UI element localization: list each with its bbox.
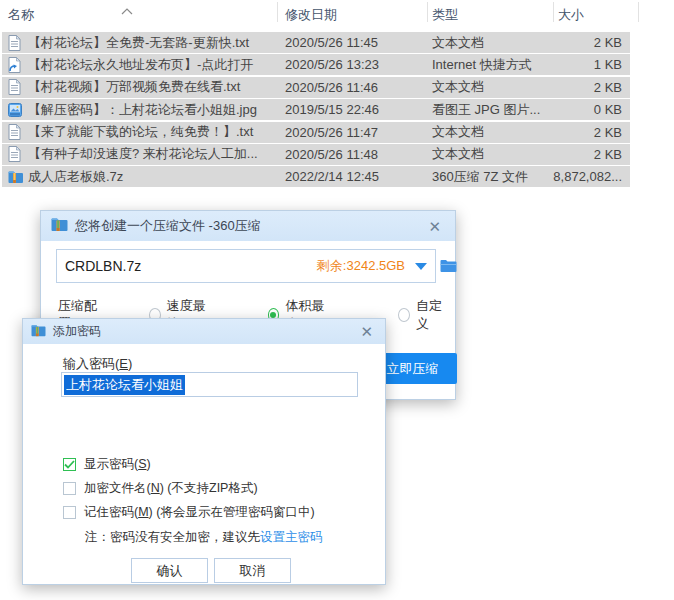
jpg-image-icon bbox=[8, 102, 24, 118]
file-type: 文本文档 bbox=[432, 145, 552, 163]
compress-dialog-titlebar[interactable]: 您将创建一个压缩文件 -360压缩 ✕ bbox=[41, 211, 455, 241]
file-size: 8,872,082... bbox=[552, 169, 628, 184]
360zip-archive-icon bbox=[51, 216, 68, 236]
file-type: Internet 快捷方式 bbox=[432, 56, 552, 74]
360zip-archive-icon bbox=[31, 323, 46, 341]
file-name: 【解压密码】：上村花论坛看小姐姐.jpg bbox=[28, 101, 285, 119]
file-row[interactable]: 成人店老板娘.7z 2022/2/14 12:45 360压缩 7Z 文件 8,… bbox=[2, 166, 630, 187]
security-note: 注：密码没有安全加密，建议先设置主密码 bbox=[85, 529, 323, 546]
file-size: 1 KB bbox=[552, 57, 628, 72]
file-row[interactable]: 【村花论坛】全免费-无套路-更新快.txt 2020/5/26 11:45 文本… bbox=[2, 32, 630, 53]
file-date: 2020/5/26 11:45 bbox=[285, 35, 432, 50]
close-icon[interactable]: ✕ bbox=[424, 217, 445, 236]
file-size: 2 KB bbox=[552, 147, 628, 162]
file-size: 0 KB bbox=[552, 102, 628, 117]
file-type: 360压缩 7Z 文件 bbox=[432, 168, 552, 186]
file-name: 【来了就能下载的论坛，纯免费！】.txt bbox=[28, 123, 285, 141]
file-name: 【村花论坛永久地址发布页】-点此打开 bbox=[28, 56, 285, 74]
checkbox-remember-password[interactable]: 记住密码(M) (将会显示在管理密码窗口中) bbox=[63, 504, 315, 521]
file-name: 成人店老板娘.7z bbox=[28, 168, 285, 186]
internet-shortcut-icon bbox=[8, 57, 24, 73]
file-size: 2 KB bbox=[552, 80, 628, 95]
file-type: 文本文档 bbox=[432, 78, 552, 96]
set-master-password-link[interactable]: 设置主密码 bbox=[260, 530, 323, 544]
password-input[interactable]: 上村花论坛看小姐姐 bbox=[61, 372, 358, 397]
add-password-dialog: 添加密码 ✕ 输入密码(E) 上村花论坛看小姐姐 显示密码(S) 加密文件名(N… bbox=[22, 318, 386, 585]
password-dialog-title: 添加密码 bbox=[53, 323, 101, 340]
column-header-type[interactable]: 类型 bbox=[432, 6, 458, 24]
file-explorer: 名称 修改日期 类型 大小 【村花论坛】全免费-无套路-更新快.txt 2020… bbox=[0, 0, 674, 200]
screen: 名称 修改日期 类型 大小 【村花论坛】全免费-无套路-更新快.txt 2020… bbox=[0, 0, 674, 600]
column-header-name[interactable]: 名称 bbox=[8, 6, 34, 24]
text-file-icon bbox=[8, 35, 24, 51]
file-row[interactable]: 【村花论坛永久地址发布页】-点此打开 2020/5/26 13:23 Inter… bbox=[2, 54, 630, 75]
file-date: 2020/5/26 11:46 bbox=[285, 80, 432, 95]
file-name: 【村花视频】万部视频免费在线看.txt bbox=[28, 78, 285, 96]
7z-archive-icon bbox=[8, 169, 24, 185]
column-divider[interactable] bbox=[638, 2, 639, 22]
file-size: 2 KB bbox=[552, 125, 628, 140]
close-icon[interactable]: ✕ bbox=[356, 322, 377, 341]
column-divider[interactable] bbox=[553, 2, 554, 22]
file-date: 2020/5/26 11:47 bbox=[285, 125, 432, 140]
archive-filename-value: CRDLBN.7z bbox=[65, 258, 317, 274]
file-rows: 【村花论坛】全免费-无套路-更新快.txt 2020/5/26 11:45 文本… bbox=[2, 32, 630, 189]
text-file-icon bbox=[8, 146, 24, 162]
sort-ascending-icon[interactable] bbox=[121, 1, 133, 19]
file-date: 2022/2/14 12:45 bbox=[285, 169, 432, 184]
archive-filename-input[interactable]: CRDLBN.7z 剩余:3242.5GB bbox=[56, 249, 436, 283]
file-size: 2 KB bbox=[552, 35, 628, 50]
radio-custom[interactable]: 自定义 bbox=[398, 297, 448, 333]
file-type: 看图王 JPG 图片... bbox=[432, 101, 552, 119]
password-dialog-titlebar[interactable]: 添加密码 ✕ bbox=[23, 319, 385, 344]
file-row[interactable]: 【来了就能下载的论坛，纯免费！】.txt 2020/5/26 11:47 文本文… bbox=[2, 122, 630, 143]
file-date: 2020/5/26 11:48 bbox=[285, 147, 432, 162]
file-row[interactable]: 【村花视频】万部视频免费在线看.txt 2020/5/26 11:46 文本文档… bbox=[2, 77, 630, 98]
file-type: 文本文档 bbox=[432, 123, 552, 141]
checkbox-show-password[interactable]: 显示密码(S) bbox=[63, 456, 151, 473]
chevron-down-icon[interactable] bbox=[415, 263, 427, 270]
file-date: 2020/5/26 13:23 bbox=[285, 57, 432, 72]
column-header-size[interactable]: 大小 bbox=[558, 6, 584, 24]
browse-folder-icon[interactable] bbox=[440, 259, 457, 277]
file-type: 文本文档 bbox=[432, 34, 552, 52]
file-row[interactable]: 【有种子却没速度? 来村花论坛人工加... 2020/5/26 11:48 文本… bbox=[2, 144, 630, 165]
file-row[interactable]: 【解压密码】：上村花论坛看小姐姐.jpg 2019/5/15 22:46 看图王… bbox=[2, 99, 630, 120]
checkbox-unchecked-icon bbox=[63, 506, 76, 519]
file-name: 【有种子却没速度? 来村花论坛人工加... bbox=[28, 145, 285, 163]
text-file-icon bbox=[8, 124, 24, 140]
column-divider[interactable] bbox=[427, 2, 428, 22]
confirm-button[interactable]: 确认 bbox=[131, 558, 208, 583]
checkbox-unchecked-icon bbox=[63, 482, 76, 495]
compress-dialog-title: 您将创建一个压缩文件 -360压缩 bbox=[75, 217, 261, 235]
cancel-button[interactable]: 取消 bbox=[214, 558, 291, 583]
checkbox-encrypt-filenames[interactable]: 加密文件名(N) (不支持ZIP格式) bbox=[63, 480, 258, 497]
file-name: 【村花论坛】全免费-无套路-更新快.txt bbox=[28, 34, 285, 52]
disk-space-remaining: 剩余:3242.5GB bbox=[317, 257, 405, 275]
password-field-label: 输入密码(E) bbox=[63, 355, 132, 373]
file-date: 2019/5/15 22:46 bbox=[285, 102, 432, 117]
column-header-date[interactable]: 修改日期 bbox=[285, 6, 337, 24]
radio-unselected-icon bbox=[398, 308, 410, 322]
column-divider[interactable] bbox=[277, 2, 278, 22]
password-selected-text: 上村花论坛看小姐姐 bbox=[64, 375, 185, 395]
checkbox-checked-icon bbox=[63, 458, 76, 471]
text-file-icon bbox=[8, 79, 24, 95]
